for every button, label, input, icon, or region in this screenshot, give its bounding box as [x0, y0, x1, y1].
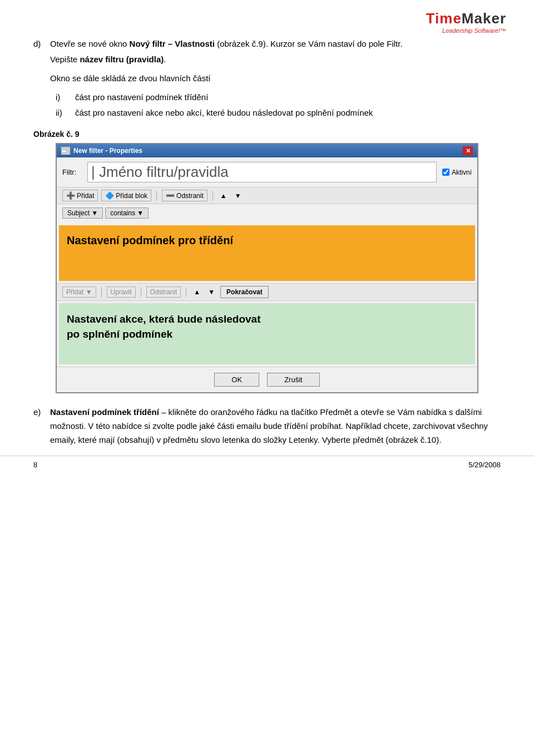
dialog-footer: OK Zrušit: [57, 367, 477, 392]
sub-text-ii: část pro nastavení akce nebo akcí, které…: [75, 106, 373, 120]
pridat-icon: ➕: [66, 191, 75, 200]
ok-button[interactable]: OK: [214, 373, 259, 387]
action-separator-3: [186, 287, 186, 297]
dialog-title-icon: 🗕: [61, 147, 70, 155]
dialog-screenshot: 🗕 New filter - Properties ✕ Filtr: | Jmé…: [56, 143, 478, 393]
dialog-title-text: New filter - Properties: [73, 147, 142, 155]
logo-tagline: Leadership Software!™: [442, 27, 506, 34]
zrusit-button[interactable]: Zrušit: [267, 373, 320, 387]
logo-text: TimeMaker: [426, 10, 506, 27]
pridat-button[interactable]: ➕ Přidat: [62, 190, 98, 201]
toolbar-row: ➕ Přidat 🔷 Přidat blok ➖ Odstranit ▲ ▼: [57, 187, 477, 204]
sub-text-i: část pro nastavení podmínek třídění: [75, 91, 208, 104]
paragraph-e-letter: e): [33, 406, 50, 447]
paragraph-vepiste: Vepište název filtru (pravidla).: [50, 53, 501, 66]
green-text-line1: Nastavení akce, která bude následovat: [67, 313, 261, 325]
paragraph-okno: Okno se dále skládá ze dvou hlavních čás…: [50, 72, 501, 85]
dialog-close-button[interactable]: ✕: [463, 146, 473, 155]
sub-item-i: i) část pro nastavení podmínek třídění: [56, 91, 501, 104]
odstranit-label: Odstranit: [176, 192, 204, 200]
action-separator-1: [101, 287, 102, 297]
sub-list: i) část pro nastavení podmínek třídění i…: [56, 91, 501, 120]
action-separator-2: [141, 287, 141, 297]
subject-button[interactable]: Subject ▼: [62, 207, 103, 219]
logo: TimeMaker Leadership Software!™: [426, 10, 506, 34]
paragraph-vepiste-bold: název filtru (pravidla): [80, 55, 164, 64]
sub-letter-i: i): [56, 91, 75, 104]
aktivni-check[interactable]: Aktivní: [442, 169, 472, 176]
logo-maker: Maker: [462, 10, 506, 27]
green-section: Nastavení akce, která bude následovat po…: [59, 303, 475, 364]
contains-button[interactable]: contains ▼: [105, 207, 149, 219]
toolbar-separator: [156, 191, 157, 201]
dialog-body: Filtr: | Jméno filtru/pravidla Aktivní ➕…: [57, 157, 477, 392]
action-toolbar: Přidat ▼ Upravit Odstranit ▲ ▼ Pokračova…: [57, 283, 477, 301]
paragraph-d: d) Otevře se nové okno Nový filtr – Vlas…: [33, 39, 501, 48]
paragraph-e-text: Nastavení podmínek třídění – klikněte do…: [50, 406, 501, 447]
pokracovat-button[interactable]: Pokračovat: [220, 286, 269, 298]
aktivni-label: Aktivní: [452, 169, 472, 176]
footer-page-number: 8: [33, 461, 37, 469]
dialog-titlebar-left: 🗕 New filter - Properties: [61, 147, 142, 155]
conditions-top: Subject ▼ contains ▼: [57, 204, 477, 225]
logo-time: Time: [426, 10, 462, 27]
arrow-up-button[interactable]: ▲: [218, 191, 229, 201]
action-arrow-down-button[interactable]: ▼: [206, 287, 217, 297]
paragraph-d-letter: d): [33, 39, 50, 48]
pridat-blok-icon: 🔷: [105, 191, 114, 200]
odstranit-button[interactable]: ➖ Odstranit: [162, 190, 207, 201]
action-arrow-up-button[interactable]: ▲: [191, 287, 202, 297]
odstranit-icon: ➖: [166, 191, 175, 200]
sub-letter-ii: ii): [56, 106, 75, 120]
arrow-down-button[interactable]: ▼: [233, 191, 244, 201]
filter-input[interactable]: | Jméno filtru/pravidla: [87, 162, 437, 182]
figure-label: Obrázek č. 9: [33, 130, 501, 139]
section-e-wrapper: e) Nastavení podmínek třídění – klikněte…: [33, 406, 501, 447]
paragraph-d-bold: Nový filtr – Vlastnosti: [130, 39, 215, 48]
green-text-line2: po splnění podmínek: [67, 328, 172, 340]
paragraph-e-bold: Nastavení podmínek třídění: [50, 407, 159, 417]
toolbar-separator-2: [212, 191, 213, 201]
aktivni-checkbox[interactable]: [442, 169, 449, 176]
paragraph-e: e) Nastavení podmínek třídění – klikněte…: [33, 406, 501, 447]
orange-section: Nastavení podmínek pro třídění: [59, 225, 475, 281]
action-odstranit-button[interactable]: Odstranit: [146, 286, 181, 298]
paragraph-d-text: Otevře se nové okno Nový filtr – Vlastno…: [50, 39, 403, 48]
filter-label: Filtr:: [62, 168, 82, 176]
action-upravit-button[interactable]: Upravit: [107, 286, 136, 298]
footer-date: 5/29/2008: [468, 461, 501, 469]
footer-bar: 8 5/29/2008: [0, 456, 534, 469]
pridat-blok-label: Přidat blok: [116, 192, 147, 200]
pridat-label: Přidat: [77, 192, 94, 200]
pridat-blok-button[interactable]: 🔷 Přidat blok: [101, 190, 151, 201]
dialog-titlebar: 🗕 New filter - Properties ✕: [57, 144, 477, 157]
filter-row: Filtr: | Jméno filtru/pravidla Aktivní: [57, 157, 477, 187]
sub-item-ii: ii) část pro nastavení akce nebo akcí, k…: [56, 106, 501, 120]
action-pridat-button[interactable]: Přidat ▼: [62, 286, 96, 298]
subject-row: Subject ▼ contains ▼: [62, 207, 472, 219]
